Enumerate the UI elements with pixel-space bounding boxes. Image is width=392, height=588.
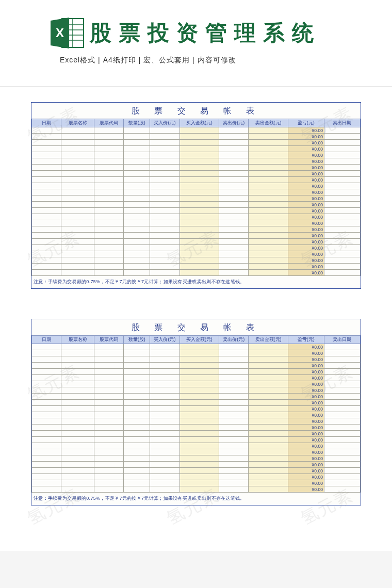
cell [32,251,61,257]
cell [324,381,360,387]
cell [61,189,94,195]
cell: ¥0.00 [288,443,324,449]
header-block: X 股票投资管理系统 Excel格式 | A4纸打印 | 宏、公式套用 | 内容… [0,0,392,87]
cell: ¥0.00 [288,462,324,468]
cell [324,387,360,394]
cell [249,449,288,455]
cell [94,146,124,152]
cell [94,270,124,276]
cell [32,239,61,245]
cell [94,245,124,251]
cell [150,363,179,369]
cell [219,214,249,220]
cell [179,152,219,158]
cell [324,189,360,195]
cell [94,220,124,226]
cell [32,257,61,264]
cell [324,171,360,177]
cell [219,424,249,431]
cell [150,424,179,431]
cell: ¥0.00 [288,152,324,158]
cell [219,468,249,474]
cell [94,195,124,202]
cell: ¥0.00 [288,214,324,220]
cell [94,140,124,146]
cell [124,437,150,443]
cell [179,418,219,424]
cell [179,214,219,220]
cell [150,350,179,356]
cell: ¥0.00 [288,449,324,455]
cell [150,394,179,400]
cell [324,239,360,245]
cell [61,486,94,493]
cell: ¥0.00 [288,356,324,363]
column-header: 股票名称 [61,336,94,344]
table-row: ¥0.00 [32,468,361,474]
cell [150,171,179,177]
cell [32,202,61,208]
cell [219,387,249,394]
cell [219,462,249,468]
cell [94,462,124,468]
cell [324,165,360,171]
cell [324,264,360,270]
cell [32,474,61,480]
cell [150,257,179,264]
cell [150,455,179,462]
cell [249,189,288,195]
cell [249,474,288,480]
cell: ¥0.00 [288,387,324,394]
cell [324,146,360,152]
cell [61,400,94,406]
cell: ¥0.00 [288,350,324,356]
cell [94,381,124,387]
cell [324,270,360,276]
cell [61,251,94,257]
title-row: X 股票投资管理系统 [0,17,392,50]
cell [249,251,288,257]
column-header: 数量(股) [124,119,150,127]
cell [32,146,61,152]
cell [179,264,219,270]
cell [179,424,219,431]
cell [61,233,94,239]
cell [124,394,150,400]
cell [124,140,150,146]
cell [32,462,61,468]
cell [179,375,219,381]
cell [219,344,249,350]
cell [32,406,61,412]
table-row: ¥0.00 [32,480,361,486]
cell [61,226,94,233]
cell: ¥0.00 [288,344,324,350]
table-row: ¥0.00 [32,455,361,462]
cell [179,462,219,468]
cell [249,424,288,431]
cell [61,127,94,134]
cell [32,171,61,177]
cell [324,468,360,474]
cell [124,239,150,245]
cell [61,356,94,363]
cell [150,381,179,387]
cell [249,431,288,437]
cell: ¥0.00 [288,245,324,251]
cell [324,449,360,455]
cell [61,134,94,140]
cell: ¥0.00 [288,431,324,437]
cell [249,226,288,233]
cell [179,431,219,437]
cell: ¥0.00 [288,189,324,195]
cell [249,406,288,412]
cell: ¥0.00 [288,146,324,152]
cell: ¥0.00 [288,412,324,418]
column-header: 买入金额(元) [179,336,219,344]
cell [32,381,61,387]
table-row: ¥0.00 [32,195,361,202]
cell [150,233,179,239]
cell [219,455,249,462]
cell [94,480,124,486]
cell: ¥0.00 [288,369,324,375]
cell [219,406,249,412]
